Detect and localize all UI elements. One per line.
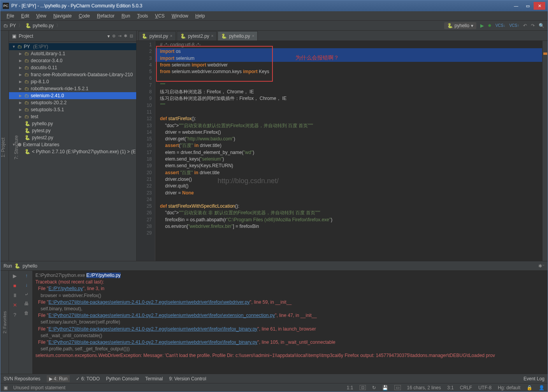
code-line[interactable]: from selenium.webdriver.common.keys impo…	[155, 68, 542, 75]
tree-item[interactable]: 🐍pytest2.py	[9, 134, 136, 141]
tree-item[interactable]: ▶🗀selenium-2.41.0	[9, 92, 136, 99]
code-line[interactable]: driver.get("http://www.baidu.com")	[155, 136, 542, 142]
down-button[interactable]: ↓	[25, 282, 28, 288]
soft-wrap-button[interactable]: ⤶	[25, 292, 28, 297]
tree-item[interactable]: 🐍pytest.py	[9, 127, 136, 134]
vcs-commit-icon[interactable]: VCS↑	[509, 23, 519, 28]
error-stripe[interactable]	[542, 41, 548, 261]
code-line[interactable]: assert("百度" in driver.title)	[155, 142, 542, 149]
minimize-button[interactable]: —	[510, 2, 522, 10]
run-config-selector[interactable]: 🐍 pyhello ▾	[444, 22, 476, 29]
code-line[interactable]: "doc">"""启动安装在 非 默认位置的Firefox浏览器，并自动转到 百…	[155, 210, 542, 216]
code-line[interactable]: firefoxBin = os.path.abspath(r"C:\Progra…	[155, 217, 542, 223]
tree-item[interactable]: ▶🗀test	[9, 113, 136, 120]
code-line[interactable]: 练习启动各种浏览器：Firefox， Chrome， IE	[155, 89, 542, 95]
menu-code[interactable]: Code	[76, 12, 93, 19]
tree-item[interactable]: 🐍pyhello.py	[9, 120, 136, 127]
menu-run[interactable]: Run	[118, 12, 133, 19]
code-line[interactable]: os.environ["webdriver.firefox.bin"] = fi…	[155, 223, 542, 230]
code-line[interactable]: def startFirefox():	[155, 116, 542, 122]
menu-refactor[interactable]: Refactor	[94, 12, 118, 19]
gear-icon[interactable]: ✱⁻	[538, 263, 544, 269]
code-line[interactable]: driver = None	[155, 190, 542, 196]
bottom-tool-button[interactable]: 9: Version Control	[169, 376, 206, 382]
menu-help[interactable]: Help	[192, 12, 208, 19]
code-line[interactable]: driver.close()	[155, 176, 542, 183]
code-line[interactable]: def startFirefoxWithSpecificLocation():	[155, 203, 542, 210]
code-line[interactable]: elem = driver.find_element_by_name("wd")	[155, 149, 542, 156]
traceback-link[interactable]: E:\Python27\lib\site-packages\selenium-2…	[49, 299, 250, 305]
favorites-button[interactable]: 2: Favorites	[2, 311, 7, 333]
vcs-update-icon[interactable]: VCS↓	[495, 23, 506, 28]
bottom-tool-button[interactable]: Python Console	[106, 376, 139, 382]
hector-icon[interactable]: 👤	[539, 385, 544, 390]
breadcrumb-file[interactable]: pyhello.py	[33, 23, 54, 28]
tree-item[interactable]: ▶🗀decorator-3.4.0	[9, 57, 136, 64]
bottom-tool-button[interactable]: ✓ 6: TODO	[76, 376, 100, 382]
clear-button[interactable]: 🗑	[24, 310, 29, 316]
tree-item[interactable]: 🐍< Python 2.7.10 (E:\Python27\python.exe…	[9, 148, 136, 155]
window-icon[interactable]: ▣	[4, 385, 8, 390]
redo-button[interactable]: ↷	[531, 23, 535, 28]
editor-tab[interactable]: 🐍pyhello.py×	[218, 31, 258, 40]
code-line[interactable]: """	[155, 82, 542, 89]
save-icon[interactable]: 💾	[382, 385, 388, 390]
structure-tool-button[interactable]: 7: Structure	[14, 135, 19, 159]
code-line[interactable]: import os	[155, 48, 542, 55]
stop-button[interactable]: ■	[13, 283, 16, 289]
maximize-button[interactable]: ▭	[522, 2, 534, 10]
debug-button[interactable]: ✸	[488, 23, 492, 28]
vcs-branch[interactable]: Hg: default	[498, 385, 520, 390]
lock-icon[interactable]: 🔒	[527, 385, 532, 390]
breadcrumb[interactable]: 🗀 PY 〉 🐍 pyhello.py 〉	[4, 22, 61, 29]
code-line[interactable]: # -*- coding:utf-8 -*-	[155, 42, 542, 48]
file-encoding[interactable]: UTF-8	[478, 385, 492, 390]
menu-edit[interactable]: Edit	[18, 12, 32, 19]
close-tab-icon[interactable]: ×	[252, 34, 254, 38]
console-output[interactable]: E:\Python27\python.exe E:/PY/pyhello.pyT…	[32, 271, 548, 374]
code-line[interactable]	[155, 196, 542, 203]
code-line[interactable]: "doc">"""启动安装在默认位置的Firefox浏览器，并自动转到 百度 首…	[155, 122, 542, 129]
breadcrumb-project[interactable]: PY	[10, 23, 16, 28]
status-box-icon[interactable]: ⊡	[360, 385, 366, 390]
menu-navigate[interactable]: Navigate	[50, 12, 75, 19]
tree-item[interactable]: ▶🗀franz-see-Robotframework-Database-Libr…	[9, 71, 136, 78]
close-tab-icon[interactable]: ×	[211, 34, 214, 38]
tree-item[interactable]: ▶🗀robotframework-ride-1.5.2.1	[9, 85, 136, 92]
menu-file[interactable]: File	[4, 12, 17, 19]
close-button[interactable]: ✕	[13, 302, 17, 308]
line-separator[interactable]: CRLF	[460, 385, 472, 390]
status-box2-icon[interactable]: ▭	[394, 385, 401, 390]
event-log-button[interactable]: Event Log	[523, 376, 544, 382]
tree-item[interactable]: ▶🗀docutils-0.11	[9, 64, 136, 71]
traceback-link[interactable]: E:/PY/pyhello.py	[49, 286, 83, 291]
bottom-tool-button[interactable]: ▶ 4: Run	[47, 375, 70, 382]
menu-window[interactable]: Window	[169, 12, 191, 19]
restore-icon[interactable]: ↻	[372, 385, 376, 390]
run-button[interactable]: ▶	[480, 23, 484, 28]
code-line[interactable]: driver.quit()	[155, 183, 542, 189]
hide-icon[interactable]: ⊟	[130, 33, 133, 38]
collapse-icon[interactable]: ⇥	[118, 33, 121, 38]
code-line[interactable]	[155, 230, 542, 236]
menu-tools[interactable]: Tools	[134, 12, 151, 19]
bottom-tool-button[interactable]: Terminal	[145, 376, 163, 382]
scroll-from-source-icon[interactable]: ⊕	[112, 33, 116, 38]
pause-button[interactable]: ⏸	[12, 292, 18, 298]
code-line[interactable]: import selenium	[155, 55, 542, 62]
menu-view[interactable]: View	[33, 12, 49, 19]
print-button[interactable]: 🖶	[24, 301, 29, 306]
tree-item[interactable]: ▼🗀PY(E:\PY)	[9, 43, 136, 50]
code-line[interactable]: from selenium import webdriver	[155, 62, 542, 68]
project-tool-button[interactable]: 1: Project	[0, 138, 6, 158]
menu-vcs[interactable]: VCS	[152, 12, 168, 19]
tree-item[interactable]: ▼⬢External Libraries	[9, 141, 136, 148]
editor-tab[interactable]: 🐍pytest2.py×	[177, 31, 217, 40]
code-body[interactable]: 为什么会报错啊？ http://blog.csdn.net/ # -*- cod…	[155, 41, 542, 261]
up-button[interactable]: ↑	[25, 273, 28, 278]
tree-item[interactable]: ▶🗀setuptools-3.5.1	[9, 106, 136, 113]
traceback-link[interactable]: E:\Python27\lib\site-packages\selenium-2…	[49, 313, 275, 318]
chevron-down-icon[interactable]: ▾	[107, 33, 110, 39]
code-line[interactable]: driver = webdriver.Firefox()	[155, 129, 542, 136]
bottom-tool-button[interactable]: SVN Repositories	[4, 376, 40, 382]
